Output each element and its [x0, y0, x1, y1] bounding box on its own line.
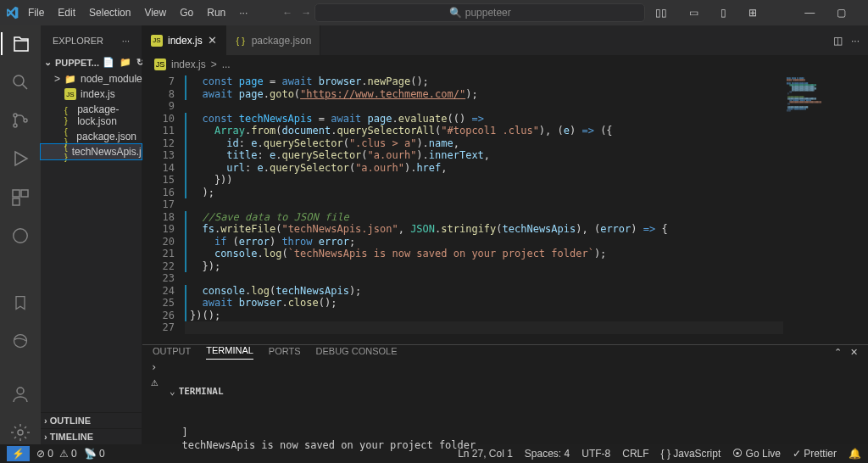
minimap[interactable]: ████ ████ █ █████ █████ ████████████ ███… [783, 74, 868, 344]
js-file-icon: JS [154, 59, 166, 70]
edge-icon[interactable] [8, 329, 32, 352]
search-icon[interactable] [8, 70, 32, 93]
close-tab-icon[interactable]: ✕ [208, 34, 217, 47]
maximize-icon[interactable]: ▢ [830, 3, 853, 22]
sidebar-title-text: EXPLORER [53, 36, 103, 46]
menu-view[interactable]: View [138, 3, 172, 22]
terminal-line: ] [170, 427, 860, 439]
account-icon[interactable] [8, 383, 32, 406]
menu-edit[interactable]: Edit [52, 3, 81, 22]
chevron-down-icon[interactable]: ⌄ [170, 385, 175, 398]
bookmark-icon[interactable] [8, 291, 32, 314]
new-folder-icon[interactable]: 📁 [120, 57, 131, 68]
code-line-13[interactable]: title: e.querySelector("a.ourh").innerTe… [185, 149, 783, 162]
status-language[interactable]: { } JavaScript [661, 448, 721, 460]
code-area[interactable]: const page = await browser.newPage(); aw… [185, 74, 783, 344]
code-line-24[interactable]: console.log(techNewsApis); [185, 285, 783, 298]
status-spaces[interactable]: Spaces: 4 [525, 448, 570, 460]
tab-index.js[interactable]: JSindex.js✕ [142, 25, 226, 55]
timeline-section[interactable]: › TIMELINE [41, 428, 142, 444]
warning-icon: ⚠ [151, 375, 170, 388]
code-line-26[interactable]: })(); [185, 310, 783, 322]
close-icon[interactable]: ✕ [861, 3, 868, 22]
timeline-label: TIMELINE [50, 432, 93, 442]
notifications-icon[interactable]: 🔔 [849, 448, 861, 460]
run-debug-icon[interactable] [8, 148, 32, 170]
status-errors[interactable]: ⊘ 0 ⚠ 0 [36, 448, 77, 460]
new-file-icon[interactable]: 📄 [103, 57, 114, 68]
search-text: puppeteer [465, 7, 511, 19]
status-encoding[interactable]: UTF-8 [581, 448, 610, 460]
tab-label: index.js [168, 35, 203, 47]
more-icon[interactable]: ··· [122, 36, 130, 46]
nav-forward-icon[interactable]: → [301, 7, 311, 19]
remote-icon[interactable]: ⚡ [7, 446, 30, 461]
panel-tab-terminal[interactable]: TERMINAL [206, 345, 253, 360]
status-cursor[interactable]: Ln 27, Col 1 [458, 448, 513, 460]
code-line-21[interactable]: console.log(`techNewsApis is now saved o… [185, 248, 783, 260]
file-index.js[interactable]: JSindex.js [41, 86, 142, 102]
code-line-8[interactable]: await page.goto("https://www.techmeme.co… [185, 88, 783, 101]
menu-go[interactable]: Go [174, 3, 199, 22]
toggle-primary-sidebar-icon[interactable]: ▯▯ [648, 3, 674, 22]
code-line-23[interactable] [185, 272, 783, 285]
code-line-22[interactable]: }); [185, 260, 783, 273]
status-ports[interactable]: 📡 0 [84, 448, 105, 460]
menu-file[interactable]: File [22, 3, 50, 22]
code-line-7[interactable]: const page = await browser.newPage(); [185, 75, 783, 88]
status-prettier[interactable]: ✓ Prettier [793, 448, 837, 460]
code-line-27[interactable] [185, 321, 783, 334]
maximize-panel-icon[interactable]: ⌃ [834, 347, 842, 358]
code-line-17[interactable] [185, 198, 783, 211]
more-actions-icon[interactable]: ··· [851, 35, 860, 47]
source-control-icon[interactable] [8, 109, 32, 132]
nav-back-icon[interactable]: ← [282, 7, 292, 19]
code-line-19[interactable]: fs.writeFile("techNewsApis.json", JSON.s… [185, 223, 783, 236]
toggle-secondary-sidebar-icon[interactable]: ▯ [714, 3, 733, 22]
panel-tab-debug console[interactable]: DEBUG CONSOLE [316, 346, 398, 360]
nav-arrows: ← → [282, 7, 311, 19]
menu-···[interactable]: ··· [233, 3, 253, 22]
toggle-panel-icon[interactable]: ▭ [682, 3, 705, 22]
menu-selection[interactable]: Selection [83, 3, 136, 22]
editor[interactable]: 789101112131415161718192021222324252627 … [142, 74, 868, 344]
panel-tab-output[interactable]: OUTPUT [153, 346, 191, 360]
explorer-icon[interactable] [1, 32, 40, 55]
status-go-live[interactable]: ⦿ Go Live [732, 448, 781, 460]
file-node_modules[interactable]: >📁node_modules [41, 71, 142, 86]
code-line-18[interactable]: //Save data to JSON file [185, 211, 783, 224]
gear-icon[interactable] [8, 421, 32, 444]
svg-point-9 [17, 388, 24, 394]
code-line-16[interactable]: ); [185, 187, 783, 199]
code-line-11[interactable]: Array.from(document.querySelectorAll("#t… [185, 125, 783, 137]
file-tree: >📁node_modulesJSindex.js{ }package-lock.… [41, 70, 142, 161]
code-line-20[interactable]: if (error) throw error; [185, 236, 783, 248]
code-line-14[interactable]: url: e.querySelector("a.ourh").href, [185, 162, 783, 175]
close-panel-icon[interactable]: ✕ [850, 347, 858, 358]
svg-point-1 [14, 114, 17, 117]
code-line-9[interactable] [185, 100, 783, 113]
file-package.json[interactable]: { }package.json [41, 129, 142, 144]
status-eol[interactable]: CRLF [622, 448, 648, 460]
minimize-icon[interactable]: — [798, 3, 821, 22]
docker-icon[interactable] [8, 224, 32, 247]
folder-header[interactable]: ⌄ PUPPET... 📄 📁 ↻ ⊟ [41, 55, 142, 70]
code-line-10[interactable]: const techNewsApis = await page.evaluate… [185, 113, 783, 126]
panel-tab-ports[interactable]: PORTS [269, 346, 301, 360]
extensions-icon[interactable] [8, 186, 32, 209]
code-line-12[interactable]: id: e.querySelector(".clus > a").name, [185, 137, 783, 150]
menu-run[interactable]: Run [201, 3, 231, 22]
line-number-gutter: 789101112131415161718192021222324252627 [142, 74, 185, 344]
file-techNewsApis.json[interactable]: { }techNewsApis.json [41, 144, 142, 159]
code-line-15[interactable]: })) [185, 174, 783, 187]
chevron-down-icon: ⌄ [44, 57, 52, 68]
command-center[interactable]: 🔍 puppeteer [314, 3, 645, 22]
chevron-right-icon[interactable]: › [151, 361, 170, 373]
breadcrumb[interactable]: JS index.js > ... [142, 55, 868, 74]
customize-layout-icon[interactable]: ⊞ [742, 3, 764, 22]
tab-package.json[interactable]: { }package.json [226, 25, 321, 55]
split-editor-icon[interactable]: ◫ [833, 35, 843, 47]
outline-section[interactable]: › OUTLINE [41, 412, 142, 428]
file-package-lock.json[interactable]: { }package-lock.json [41, 102, 142, 129]
code-line-25[interactable]: await browser.close(); [185, 297, 783, 310]
